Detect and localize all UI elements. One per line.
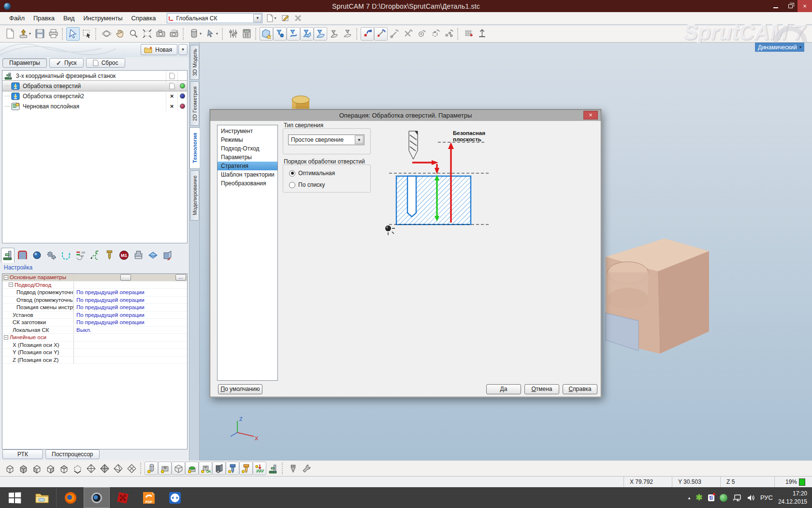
clock[interactable]: 17:20 24.12.2015 [778,490,807,505]
dialog-titlebar[interactable]: Операция: Обработка отверстий. Параметры… [210,110,601,121]
pick-mode-icon[interactable] [203,27,217,41]
skip-marker[interactable]: × [166,101,177,111]
machine-setup-icon[interactable] [1,248,14,263]
save-icon[interactable] [33,27,46,41]
nav-transformations[interactable]: Преобразования [218,179,277,188]
grid-row[interactable]: СК заготовки По предыдущей операции [2,319,187,327]
feed-rates-icon[interactable]: 2MM [73,249,87,262]
traffic-inspector-tray-icon[interactable]: ti [708,494,714,501]
snap-point-icon[interactable] [388,27,401,41]
grid-row[interactable]: Установ По предыдущей операции [2,312,187,319]
nav-toolpath-template[interactable]: Шаблон траектории [218,170,277,179]
nav-approach[interactable]: Подход-Отход [218,144,277,153]
coordinate-system-combobox[interactable]: Глобальная СК ▼ [167,13,262,23]
dialog-close-icon[interactable]: × [583,111,598,120]
view-iso3-icon[interactable] [111,462,125,475]
collapse-icon[interactable]: − [4,275,8,280]
tab-3d-model[interactable]: 3D Модель [190,45,199,80]
add-mesh-icon[interactable] [314,27,327,41]
operation-wizard-icon[interactable] [260,27,273,41]
view-iso1-icon[interactable] [84,462,98,475]
snap-cross-icon[interactable] [401,27,415,41]
new-project-icon[interactable] [3,27,16,41]
grid-row[interactable]: X (Позиция оси X) [2,342,187,349]
tab-run[interactable]: ✓Пуск [49,58,84,68]
menu-tools[interactable]: Инструменты [79,13,127,24]
print-icon[interactable] [46,27,60,41]
view-bottom-icon[interactable] [71,462,84,475]
edit-cs-icon[interactable] [280,13,290,24]
delete-cs-icon[interactable] [292,13,303,24]
grid-row[interactable]: Позиция смены инстру По предыдущей опера… [2,304,187,312]
add-curve-icon[interactable] [287,27,300,41]
select-cursor-icon[interactable] [66,27,80,41]
new-operation-dropdown-icon[interactable]: ▼ [178,44,188,55]
network-tray-icon[interactable] [733,494,741,502]
start-button[interactable] [0,487,29,508]
collapse-icon[interactable]: − [9,283,13,287]
pick-mode-caret-icon[interactable]: ▾ [216,31,220,36]
tree-row-holes1[interactable]: Обработка отверстий [2,81,187,91]
toolpath-check-icon[interactable] [253,462,266,475]
tab-technology[interactable]: Технология [189,127,200,169]
grid-row[interactable]: −Линейные оси [2,334,187,342]
grid-row[interactable]: Локальная СК Выкл. [2,327,187,334]
view-top-icon[interactable] [57,462,71,475]
import-caret-icon[interactable]: ▾ [29,31,33,36]
grid-row[interactable]: Z (Позиция оси Z) [2,357,187,364]
nav-modes[interactable]: Режимы [218,135,277,144]
tool-blue-icon[interactable] [226,462,239,475]
taskbar-foxit-pdf[interactable]: PDF [136,488,161,508]
new-cs-icon[interactable] [264,13,275,24]
coordinate-system-dropdown-icon[interactable]: ▼ [253,14,261,22]
sim-stock-top-icon[interactable] [158,462,172,475]
drill-type-dropdown-icon[interactable]: ▼ [355,135,363,144]
icq-tray-icon[interactable]: ✱ [696,493,702,503]
zoom-window-icon[interactable] [140,27,154,41]
grid-row[interactable]: Подвод (промежуточн По предыдущей операц… [2,289,187,297]
view-iso4-icon[interactable] [125,462,138,475]
nav-tool[interactable]: Инструмент [218,127,277,135]
tool-orange-icon[interactable] [239,462,253,475]
grid-settings-icon[interactable] [462,27,475,41]
nav-strategy[interactable]: Стратегия [218,162,277,170]
default-button[interactable]: По умолчанию [218,384,262,394]
volume-tray-icon[interactable] [747,494,755,502]
settings-link[interactable]: Настройка [4,264,32,271]
tool-screw-icon[interactable] [102,249,116,262]
menu-file[interactable]: Файл [5,13,29,24]
display-settings-icon[interactable] [226,27,240,41]
snap-multi-icon[interactable] [442,27,455,41]
import-model-icon[interactable] [16,27,30,41]
menu-edit[interactable]: Правка [29,13,59,24]
sim-machine-icon[interactable] [212,462,226,475]
lead-uturn-icon[interactable] [59,249,72,262]
surface-quality-icon[interactable] [146,249,160,262]
grid-row[interactable]: Отвод (промежуточнь По предыдущей операц… [2,297,187,304]
menu-view[interactable]: Вид [59,13,79,24]
view-right-icon[interactable] [44,462,57,475]
tab-2d-geometry[interactable]: 2D Геометрия [190,81,199,126]
collapse-icon[interactable]: − [4,335,8,340]
taskbar-kompas[interactable] [110,488,135,508]
menu-help[interactable]: Справка [127,13,160,24]
workpiece-cylinder-icon[interactable] [187,27,201,41]
sim-stock-ok-icon[interactable]: OK [199,462,212,475]
surface-copy-icon[interactable] [327,27,341,41]
zoom-view-icon[interactable] [127,27,140,41]
snap-center-icon[interactable] [415,27,428,41]
snapshot-icon[interactable] [154,27,167,41]
calculator-icon[interactable] [240,27,253,41]
tree-row-machine[interactable]: 3-х координатный фрезерный станок [2,71,187,81]
tab-simulation[interactable]: Моделирование [190,170,199,221]
tab-postprocessor[interactable]: Постпроцессор [45,449,100,459]
grid-row[interactable]: −Подвод/Отвод [2,282,187,289]
knob-icon[interactable] [30,249,44,262]
tree-row-holes2[interactable]: Обработка отверстий2 × [2,91,187,101]
taskbar-teamviewer[interactable] [162,488,188,508]
update-tray-icon[interactable] [720,494,727,502]
view-mode-selector[interactable]: Динамический▾ [755,43,804,52]
view-front-icon[interactable] [3,462,16,475]
new-cs-caret-icon[interactable]: ▾ [274,16,278,20]
ellipsis-button[interactable]: ... [175,274,186,281]
